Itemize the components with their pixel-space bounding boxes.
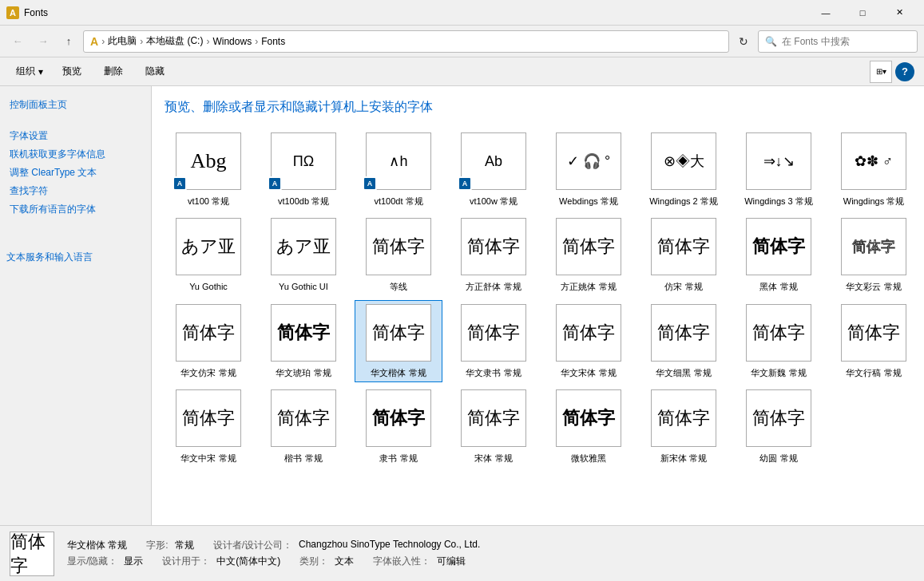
help-button[interactable]: ?	[895, 62, 914, 81]
font-label: vt100db 常规	[278, 196, 329, 207]
hide-button[interactable]: 隐藏	[136, 61, 174, 83]
search-input[interactable]	[782, 36, 910, 47]
font-item-wingdings3[interactable]: ⇒↓↘ Wingdings 3 常规	[735, 128, 823, 211]
status-designfor-label: 设计用于：	[162, 555, 210, 568]
path-computer[interactable]: 此电脑	[108, 34, 137, 48]
font-badge: A	[173, 176, 187, 191]
font-item-heiti[interactable]: 简体字 黑体 常规	[735, 214, 823, 296]
font-label: Webdings 常规	[559, 196, 618, 207]
font-item-huawenfangsong[interactable]: 简体字 华文仿宋 常规	[165, 300, 252, 382]
font-page: 简体字	[461, 304, 526, 362]
font-label: 隶书 常规	[379, 453, 417, 464]
sidebar-font-settings[interactable]: 字体设置	[6, 127, 145, 145]
address-path: A › 此电脑 › 本地磁盘 (C:) › Windows › Fonts	[83, 30, 729, 53]
toolbar: 组织 ▾ 预览 删除 隐藏 ⊞▾ ?	[0, 57, 924, 86]
font-label: 华文彩云 常规	[846, 281, 901, 292]
font-item-huawenxinwei[interactable]: 简体字 华文新魏 常规	[735, 300, 823, 382]
refresh-button[interactable]: ↻	[732, 30, 755, 53]
font-item-yugothicui[interactable]: あア亚 Yu Gothic UI	[260, 214, 347, 296]
font-item-vt100dt[interactable]: ∧h A vt100dt 常规	[355, 128, 442, 211]
font-label: Yu Gothic	[189, 281, 228, 292]
font-page: 简体字	[556, 389, 621, 447]
sidebar-control-panel-link[interactable]: 控制面板主页	[6, 96, 145, 114]
font-page: 简体字	[461, 389, 526, 447]
sidebar-cleartype[interactable]: 调整 ClearType 文本	[6, 164, 145, 182]
font-icon: 简体字	[553, 304, 625, 364]
status-editability-label: 字体嵌入性：	[373, 555, 430, 568]
sidebar-find-char[interactable]: 查找字符	[6, 182, 145, 200]
font-label: 方正舒体 常规	[466, 281, 521, 292]
font-item-fangzhengshuti[interactable]: 简体字 方正舒体 常规	[450, 214, 537, 296]
font-icon: 简体字	[553, 218, 625, 278]
font-item-songti[interactable]: 简体字 宋体 常规	[450, 385, 537, 468]
up-button[interactable]: ↑	[58, 30, 80, 53]
search-box[interactable]: 🔍	[758, 30, 918, 53]
delete-button[interactable]: 删除	[94, 61, 133, 83]
path-windows[interactable]: Windows	[212, 36, 252, 47]
status-designfor-value: 中文(简体中文)	[216, 555, 280, 568]
forward-button[interactable]: →	[32, 30, 54, 53]
status-fontname: 华文楷体 常规	[67, 539, 127, 552]
status-fontname-value: 华文楷体 常规	[67, 539, 127, 552]
font-item-vt100db[interactable]: ΠΩ A vt100db 常规	[260, 128, 347, 211]
font-item-vt100w[interactable]: Ab A vt100w 常规	[450, 128, 537, 211]
sidebar-also-link[interactable]: 文本服务和输入语言	[6, 251, 93, 263]
font-item-huawenxihei[interactable]: 简体字 华文细黑 常规	[640, 300, 728, 382]
status-style: 字形: 常规	[146, 539, 193, 552]
font-icon: 简体字	[268, 389, 339, 449]
font-page: 简体字	[176, 389, 241, 447]
font-label: Yu Gothic UI	[279, 281, 328, 292]
organize-button[interactable]: 组织 ▾	[10, 61, 50, 83]
back-button[interactable]: ←	[6, 30, 29, 53]
close-button[interactable]: ✕	[881, 0, 918, 26]
path-fonts[interactable]: Fonts	[261, 36, 285, 47]
font-icon: 简体字	[173, 389, 244, 449]
font-item-xinsongti[interactable]: 简体字 新宋体 常规	[640, 385, 728, 468]
sidebar-download-all[interactable]: 下载所有语言的字体	[6, 200, 145, 219]
address-bar: ← → ↑ A › 此电脑 › 本地磁盘 (C:) › Windows › Fo…	[0, 26, 924, 57]
font-item-kaiti[interactable]: 简体字 楷书 常规	[260, 385, 347, 468]
font-label: 等线	[390, 281, 407, 292]
font-icon: ⊗◈大	[648, 132, 720, 192]
font-page: 简体字	[271, 304, 336, 362]
font-item-huawenzhongti[interactable]: 简体字 华文楷体 常规	[355, 300, 442, 382]
font-item-fangzhengyaoti[interactable]: 简体字 方正姚体 常规	[545, 214, 633, 296]
font-item-yugothic[interactable]: あア亚 Yu Gothic	[165, 214, 252, 296]
font-label: 华文细黑 常规	[656, 367, 711, 378]
sidebar-get-fonts[interactable]: 联机获取更多字体信息	[6, 145, 145, 164]
minimize-button[interactable]: —	[807, 0, 844, 26]
status-category: 类别： 文本	[299, 555, 354, 568]
font-page: 简体字	[556, 218, 621, 275]
font-page: 简体字	[176, 304, 241, 362]
font-item-huawensong[interactable]: 简体字 华文宋体 常规	[545, 300, 633, 382]
view-change-button[interactable]: ⊞▾	[870, 61, 892, 83]
font-page: ⇒↓↘	[746, 132, 811, 190]
font-item-huawenlishu[interactable]: 简体字 华文隶书 常规	[450, 300, 537, 382]
font-item-fangsong[interactable]: 简体字 仿宋 常规	[640, 214, 728, 296]
font-item-dengxian[interactable]: 简体字 等线	[355, 214, 442, 296]
font-label: 华文楷体 常规	[371, 367, 426, 378]
font-item-weruifahei[interactable]: 简体字 微软雅黑	[545, 385, 633, 468]
preview-button[interactable]: 预览	[53, 61, 91, 83]
sidebar: 控制面板主页 字体设置 联机获取更多字体信息 调整 ClearType 文本 查…	[0, 86, 152, 525]
font-item-youyuan[interactable]: 简体字 幼圆 常规	[735, 385, 823, 468]
font-item-huawenliu[interactable]: 简体字 华文琥珀 常规	[260, 300, 347, 382]
font-item-webdings[interactable]: ✓ 🎧 ° Webdings 常规	[545, 128, 633, 211]
status-designer: 设计者/设计公司： Changzhou SinoType Technology …	[213, 539, 481, 552]
font-item-huawenxingkai[interactable]: 简体字 华文行稿 常规	[830, 300, 918, 382]
font-item-lishu[interactable]: 简体字 隶书 常规	[355, 385, 442, 468]
path-drive[interactable]: 本地磁盘 (C:)	[146, 34, 203, 48]
font-icon: ΠΩ A	[268, 132, 339, 192]
also-section: 文本服务和输入语言	[6, 251, 145, 264]
font-item-huawenzhongsong[interactable]: 简体字 华文中宋 常规	[165, 385, 252, 468]
font-item-vt100[interactable]: Abg A vt100 常规	[165, 128, 252, 211]
font-badge: A	[268, 176, 282, 191]
font-item-wingdings[interactable]: ✿✽ ♂ Wingdings 常规	[830, 128, 918, 211]
font-page: 简体字	[746, 218, 811, 275]
font-item-wingdings2[interactable]: ⊗◈大 Wingdings 2 常规	[640, 128, 728, 211]
status-row-2: 显示/隐藏： 显示 设计用于： 中文(简体中文) 类别： 文本 字体嵌入性： 可…	[67, 555, 914, 568]
font-label: 楷书 常规	[284, 453, 322, 464]
maximize-button[interactable]: □	[844, 0, 881, 26]
font-item-huawencloudyfont[interactable]: 简体字 华文彩云 常规	[830, 214, 918, 296]
font-label: 华文琥珀 常规	[276, 367, 331, 378]
